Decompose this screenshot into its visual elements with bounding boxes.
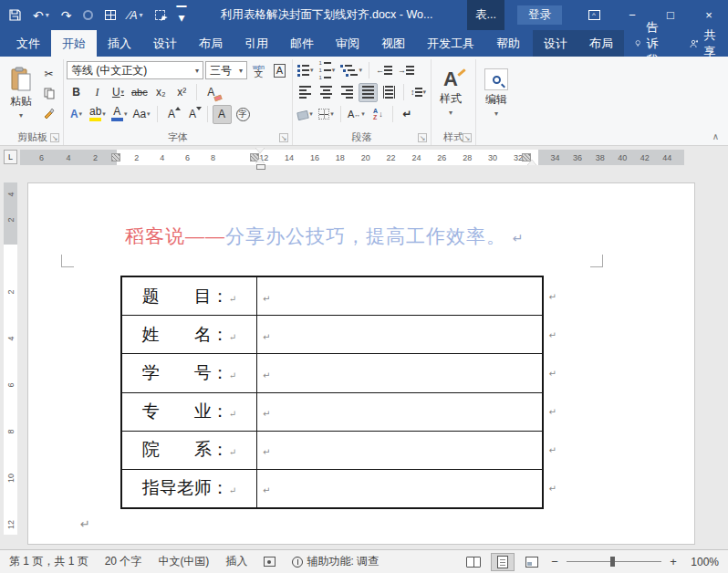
collapse-ribbon-button[interactable]: ∧ bbox=[712, 131, 719, 141]
justify-button[interactable] bbox=[359, 83, 378, 102]
distribute-button[interactable] bbox=[380, 83, 399, 102]
zoom-percentage[interactable]: 100% bbox=[684, 556, 719, 568]
paste-dropdown-icon[interactable]: ▾ bbox=[19, 111, 23, 120]
cover-table[interactable]: 题 目：↵ ↵ ↵ 姓 名：↵ ↵ ↵ 学 号：↵ ↵ ↵ 专 业：↵ ↵ bbox=[120, 276, 544, 509]
font-dialog-launcher[interactable]: ↘ bbox=[279, 133, 288, 142]
value-cell[interactable]: ↵ bbox=[257, 432, 542, 469]
copy-button[interactable] bbox=[39, 84, 58, 103]
read-mode-button[interactable] bbox=[462, 553, 485, 571]
label-cell[interactable]: 专 业：↵ bbox=[122, 393, 257, 431]
hanging-indent-marker[interactable] bbox=[255, 158, 265, 163]
asian-layout-dropdown-icon[interactable]: ▾ bbox=[361, 110, 365, 118]
shading-button[interactable]: ▾ bbox=[296, 105, 315, 124]
signin-button[interactable]: 登录 bbox=[517, 5, 562, 25]
italic-button[interactable]: I bbox=[88, 83, 107, 102]
label-cell[interactable]: 指导老师：↵ bbox=[122, 470, 257, 507]
tab-table-layout[interactable]: 布局 bbox=[578, 30, 624, 57]
phonetic-guide-button[interactable]: wén文 bbox=[249, 61, 268, 80]
asian-layout-button[interactable]: A↔▾ bbox=[346, 105, 367, 124]
underline-dropdown-icon[interactable]: ▾ bbox=[121, 89, 125, 96]
superscript-button[interactable]: x² bbox=[172, 83, 192, 102]
close-button[interactable]: × bbox=[690, 0, 728, 30]
paragraph-dialog-launcher[interactable]: ↘ bbox=[418, 133, 427, 142]
tab-table-design[interactable]: 设计 bbox=[533, 30, 578, 57]
label-cell[interactable]: 院 系：↵ bbox=[122, 432, 257, 469]
zoom-out-button[interactable]: − bbox=[549, 555, 560, 568]
increase-indent-button[interactable]: → bbox=[396, 61, 416, 80]
table-row[interactable]: 院 系：↵ ↵ ↵ bbox=[122, 432, 542, 470]
text-effect-tool-button[interactable]: ⁄A▾ bbox=[128, 9, 142, 22]
line-spacing-dropdown-icon[interactable]: ▾ bbox=[423, 89, 427, 96]
tab-insert[interactable]: 插入 bbox=[97, 30, 142, 57]
text-effects-dropdown-icon[interactable]: ▾ bbox=[79, 110, 83, 118]
value-cell[interactable]: ↵ bbox=[257, 470, 542, 507]
ribbon-display-options-button[interactable]: ^ bbox=[575, 0, 613, 30]
select-tool-icon[interactable] bbox=[155, 10, 165, 20]
save-icon[interactable] bbox=[9, 9, 21, 21]
value-cell[interactable]: ↵ bbox=[257, 354, 542, 391]
accessibility-status[interactable]: 辅助功能: 调查 bbox=[292, 554, 379, 569]
tab-references[interactable]: 引用 bbox=[234, 30, 279, 57]
document-page[interactable]: 稻客说——分享办公技巧，提高工作效率。 ↵ 题 目：↵ ↵ ↵ 姓 名：↵ ↵ … bbox=[27, 182, 695, 545]
print-layout-button[interactable] bbox=[491, 553, 515, 571]
horizontal-ruler[interactable]: 6 4 2 2 4 6 8 12 14 16 18 20 22 24 26 28… bbox=[20, 150, 684, 165]
change-case-dropdown-icon[interactable]: ▾ bbox=[147, 110, 151, 118]
numbering-button[interactable]: ▾ bbox=[317, 61, 338, 80]
multilevel-list-button[interactable]: ▾ bbox=[338, 61, 364, 80]
zoom-handle[interactable] bbox=[610, 557, 615, 567]
format-painter-button[interactable] bbox=[39, 103, 58, 122]
font-name-dropdown-icon[interactable]: ▾ bbox=[195, 67, 199, 75]
undo-button[interactable]: ↶▾ bbox=[33, 8, 49, 23]
vertical-ruler[interactable]: 4 2 2 4 6 8 10 12 bbox=[4, 182, 17, 535]
table-row[interactable]: 专 业：↵ ↵ ↵ bbox=[122, 393, 542, 432]
insert-mode-status[interactable]: 插入 bbox=[225, 554, 247, 569]
font-size-combo[interactable]: 三号▾ bbox=[205, 61, 247, 79]
right-indent-marker[interactable] bbox=[527, 160, 536, 165]
label-cell[interactable]: 姓 名：↵ bbox=[122, 316, 257, 353]
table-column-marker[interactable] bbox=[111, 153, 120, 161]
font-name-combo[interactable]: 等线 (中文正文)▾ bbox=[67, 61, 203, 79]
first-line-indent-marker[interactable] bbox=[255, 148, 265, 153]
find-button[interactable] bbox=[484, 68, 508, 90]
table-row[interactable]: 姓 名：↵ ↵ ↵ bbox=[122, 316, 542, 354]
zoom-in-button[interactable]: + bbox=[668, 555, 679, 568]
qat-customize-button[interactable]: ▔▾ bbox=[177, 11, 187, 20]
subscript-button[interactable]: x₂ bbox=[151, 83, 171, 102]
value-cell[interactable]: ↵ bbox=[257, 393, 542, 431]
clipboard-dialog-launcher[interactable]: ↘ bbox=[50, 133, 59, 142]
table-row[interactable]: 指导老师：↵ ↵ ↵ bbox=[122, 470, 542, 507]
line-spacing-button[interactable]: ↕▾ bbox=[409, 83, 428, 102]
tool-dropdown-icon[interactable]: ▾ bbox=[140, 11, 143, 19]
table-row[interactable]: 题 目：↵ ↵ ↵ bbox=[122, 277, 542, 316]
styles-dialog-launcher[interactable]: ↘ bbox=[463, 133, 472, 142]
font-size-dropdown-icon[interactable]: ▾ bbox=[239, 67, 243, 75]
editing-button[interactable]: 编辑 ▾ bbox=[479, 59, 514, 127]
grow-font-button[interactable]: A bbox=[162, 105, 182, 124]
align-left-button[interactable] bbox=[296, 83, 315, 102]
tab-file[interactable]: 文件 bbox=[5, 30, 51, 57]
share-button[interactable]: 共享 bbox=[675, 30, 728, 57]
decrease-indent-button[interactable]: ← bbox=[374, 61, 394, 80]
strikethrough-button[interactable]: abc bbox=[130, 83, 150, 102]
multilevel-dropdown-icon[interactable]: ▾ bbox=[359, 67, 362, 74]
highlight-button[interactable]: ab▾ bbox=[88, 105, 108, 124]
shading-dropdown-icon[interactable]: ▾ bbox=[309, 110, 313, 118]
tab-layout[interactable]: 布局 bbox=[188, 30, 234, 57]
bullets-dropdown-icon[interactable]: ▾ bbox=[310, 67, 314, 74]
text-effects-button[interactable]: A▾ bbox=[67, 105, 86, 124]
tab-mailings[interactable]: 邮件 bbox=[279, 30, 325, 57]
tab-view[interactable]: 视图 bbox=[370, 30, 416, 57]
character-shading-button[interactable]: A bbox=[213, 105, 232, 124]
word-count-status[interactable]: 20 个字 bbox=[105, 554, 142, 569]
shrink-font-button[interactable]: A bbox=[183, 105, 203, 124]
value-cell[interactable]: ↵ bbox=[257, 277, 542, 315]
web-layout-button[interactable] bbox=[520, 553, 544, 571]
tab-stop-selector[interactable]: L bbox=[4, 150, 17, 164]
cut-button[interactable]: ✂ bbox=[39, 64, 58, 83]
tab-review[interactable]: 审阅 bbox=[325, 30, 370, 57]
bullets-button[interactable]: ▾ bbox=[296, 61, 316, 80]
tab-design[interactable]: 设计 bbox=[142, 30, 188, 57]
tab-help[interactable]: 帮助 bbox=[485, 30, 531, 57]
tab-home[interactable]: 开始 bbox=[51, 30, 97, 57]
document-heading[interactable]: 稻客说——分享办公技巧，提高工作效率。 ↵ bbox=[125, 224, 525, 249]
